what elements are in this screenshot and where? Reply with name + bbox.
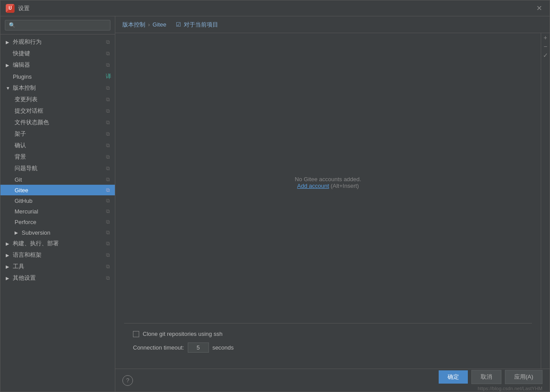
copy-icon: [104, 153, 111, 160]
copy-icon: [104, 107, 111, 114]
apply-button[interactable]: 应用(A): [505, 370, 542, 384]
app-icon: U: [6, 4, 15, 13]
confirm-button[interactable]: ✓: [542, 52, 549, 59]
sidebar-item-label: 架子: [15, 130, 26, 138]
sidebar-item-appearance[interactable]: ▶ 外观和行为: [0, 36, 115, 48]
footer-url: https://blog.csdn.net/LastYHM: [478, 386, 542, 391]
breadcrumb-gitee[interactable]: Gitee: [152, 21, 166, 28]
sidebar-item-shortcuts[interactable]: 快捷键: [0, 48, 115, 59]
clone-ssh-label: Clone git repositories using ssh: [143, 331, 223, 337]
remove-button[interactable]: −: [542, 43, 549, 50]
no-accounts-text: No Gitee accounts added.: [295, 176, 361, 183]
sidebar-item-label: Mercurial: [15, 208, 38, 215]
sidebar-item-label: 确认: [15, 141, 26, 149]
breadcrumb-separator: ›: [148, 21, 150, 28]
sidebar-item-build[interactable]: ▶ 构建、执行、部署: [0, 238, 115, 249]
sidebar-item-issue-navigation[interactable]: 问题导航: [0, 163, 115, 174]
sidebar-item-label: 外观和行为: [13, 38, 42, 46]
sidebar-item-label: 语言和框架: [13, 251, 42, 259]
expand-icon: ▶: [6, 264, 11, 269]
copy-icon: [104, 251, 111, 259]
expand-icon: ▶: [6, 253, 11, 258]
sidebar-item-plugins[interactable]: Plugins 译: [0, 71, 115, 82]
footer-right-area: 确定 取消 应用(A) https://blog.csdn.net/LastYH…: [439, 370, 542, 391]
sidebar-item-label: 变更列表: [15, 95, 38, 103]
sidebar-item-github[interactable]: GitHub: [0, 195, 115, 206]
copy-icon: [104, 218, 111, 225]
copy-icon: [104, 208, 111, 215]
sidebar-item-background[interactable]: 背景: [0, 151, 115, 163]
sidebar-item-label: 其他设置: [13, 274, 36, 282]
expand-icon: ▶: [6, 276, 11, 281]
add-account-link[interactable]: Add account: [297, 183, 329, 189]
copy-icon: [104, 50, 111, 57]
clone-ssh-checkbox[interactable]: [133, 331, 139, 337]
help-button[interactable]: ?: [122, 375, 133, 386]
sidebar-item-shelf[interactable]: 架子: [0, 128, 115, 140]
timeout-input[interactable]: [188, 343, 209, 353]
expand-icon: ▶: [15, 230, 20, 235]
timeout-label: Connection timeout:: [133, 344, 184, 351]
search-box: [0, 16, 115, 34]
clone-row: Clone git repositories using ssh: [133, 331, 523, 337]
sidebar-item-label: 构建、执行、部署: [13, 240, 59, 247]
close-button[interactable]: ✕: [534, 3, 544, 14]
title-bar: U 设置 ✕: [0, 0, 550, 16]
title-bar-left: U 设置: [6, 4, 30, 13]
sidebar-item-label: 文件状态颜色: [15, 118, 49, 126]
copy-icon: [104, 142, 111, 149]
sidebar-item-languages[interactable]: ▶ 语言和框架: [0, 249, 115, 261]
sidebar-item-mercurial[interactable]: Mercurial: [0, 206, 115, 217]
sidebar-item-gitee[interactable]: Gitee: [0, 185, 115, 195]
footer: ? 确定 取消 应用(A) https://blog.csdn.net/Last…: [115, 369, 550, 392]
copy-icon: [104, 240, 111, 247]
breadcrumb: 版本控制 › Gitee ☑ 对于当前项目: [115, 16, 550, 33]
breadcrumb-project-checkbox[interactable]: ☑ 对于当前项目: [176, 21, 218, 29]
sidebar-item-other-settings[interactable]: ▶ 其他设置: [0, 272, 115, 284]
sidebar-item-subversion[interactable]: ▶ Subversion: [0, 227, 115, 238]
sidebar-item-label: 问题导航: [15, 164, 38, 172]
sidebar-item-vcs[interactable]: ▼ 版本控制: [0, 82, 115, 94]
sidebar-item-commit-dialog[interactable]: 提交对话框: [0, 105, 115, 117]
sidebar: ▶ 外观和行为 快捷键 ▶ 编辑器: [0, 16, 115, 392]
translate-icon: 译: [106, 72, 111, 80]
sidebar-item-label: Perforce: [15, 219, 36, 225]
sidebar-item-perforce[interactable]: Perforce: [0, 217, 115, 227]
search-input[interactable]: [5, 20, 110, 30]
sidebar-item-tools[interactable]: ▶ 工具: [0, 261, 115, 272]
sidebar-item-confirmation[interactable]: 确认: [0, 140, 115, 151]
sidebar-item-label: Subversion: [22, 229, 50, 236]
main-content: 版本控制 › Gitee ☑ 对于当前项目 No Gitee accounts …: [115, 16, 550, 392]
settings-window: U 设置 ✕ ▶ 外观和行为 快捷键: [0, 0, 550, 392]
copy-icon: [104, 130, 111, 137]
add-button[interactable]: +: [542, 34, 549, 41]
sidebar-item-label: 编辑器: [13, 61, 30, 69]
window-title: 设置: [18, 4, 30, 12]
sidebar-item-editor[interactable]: ▶ 编辑器: [0, 59, 115, 71]
breadcrumb-project-label: 对于当前项目: [184, 21, 218, 29]
sidebar-item-git[interactable]: Git: [0, 174, 115, 185]
ok-button[interactable]: 确定: [439, 370, 468, 384]
add-account-shortcut: (Alt+Insert): [330, 183, 359, 189]
sidebar-item-label: 工具: [13, 263, 24, 270]
settings-section: Clone git repositories using ssh Connect…: [124, 323, 532, 360]
copy-icon: [104, 61, 111, 69]
expand-icon: ▼: [6, 86, 11, 91]
timeout-row: Connection timeout: seconds: [133, 343, 523, 353]
right-scrollbar: + − ✓: [541, 33, 550, 369]
checkbox-icon: ☑: [176, 21, 181, 28]
sidebar-item-label: 背景: [15, 153, 26, 161]
expand-icon: ▶: [6, 63, 11, 68]
cancel-button[interactable]: 取消: [471, 370, 501, 384]
copy-icon: [104, 165, 111, 172]
footer-buttons: 确定 取消 应用(A): [439, 370, 542, 384]
sidebar-item-label: Git: [15, 176, 22, 183]
sidebar-item-changelists[interactable]: 变更列表: [0, 94, 115, 105]
copy-icon: [104, 229, 111, 236]
sidebar-item-label: Gitee: [15, 187, 28, 194]
copy-icon: [104, 197, 111, 204]
nav-list: ▶ 外观和行为 快捷键 ▶ 编辑器: [0, 34, 115, 392]
breadcrumb-vcs[interactable]: 版本控制: [122, 21, 145, 29]
sidebar-item-file-status-colors[interactable]: 文件状态颜色: [0, 117, 115, 128]
footer-left: ?: [122, 375, 133, 386]
